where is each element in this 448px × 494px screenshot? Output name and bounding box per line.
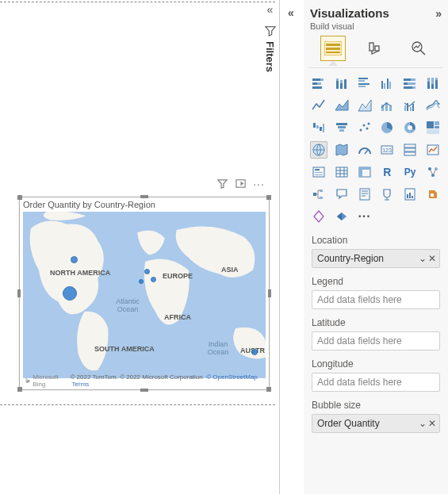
format-visual-tab[interactable] xyxy=(363,36,389,61)
filled-map-icon[interactable] xyxy=(333,141,350,159)
focus-mode-icon[interactable] xyxy=(235,178,247,190)
map-bubble[interactable] xyxy=(71,256,78,263)
multi-row-card-icon[interactable] xyxy=(401,141,419,159)
r-visual-icon[interactable]: R xyxy=(378,163,396,181)
azure-map-icon[interactable] xyxy=(333,208,350,225)
python-visual-icon[interactable]: Py xyxy=(401,163,419,181)
card-icon[interactable]: 123 xyxy=(378,141,396,159)
field-value: Country-Region xyxy=(317,253,384,264)
build-visual-tab[interactable] xyxy=(320,36,346,61)
resize-handle[interactable] xyxy=(17,387,22,392)
kpi-icon[interactable] xyxy=(424,141,442,159)
filters-pane-collapsed[interactable]: « Filters xyxy=(260,3,280,72)
hundred-stacked-column-icon[interactable] xyxy=(424,75,442,92)
map-icon[interactable] xyxy=(310,141,327,159)
chevrons-right-icon[interactable]: » xyxy=(435,7,442,20)
pie-icon[interactable] xyxy=(378,119,396,136)
osm-link[interactable]: © OpenStreetMap xyxy=(206,373,258,381)
decomposition-tree-icon[interactable] xyxy=(310,186,327,203)
pane-subtitle: Build visual xyxy=(304,21,448,34)
hundred-stacked-bar-icon[interactable] xyxy=(401,75,419,92)
chevron-down-icon[interactable]: ⌄ xyxy=(419,253,427,264)
slicer-icon[interactable] xyxy=(310,163,327,181)
stacked-area-icon[interactable] xyxy=(356,97,373,114)
visual-title: Order Quantity by Country-Region xyxy=(20,197,269,209)
line-stacked-column-icon[interactable] xyxy=(378,97,396,114)
resize-handle[interactable] xyxy=(268,289,271,297)
field-well[interactable]: Order Quantity ⌄ ✕ xyxy=(312,414,440,433)
map-bubble[interactable] xyxy=(144,269,150,274)
area-chart-icon[interactable] xyxy=(333,97,350,114)
map-copyright: © 2022 TomTom. © 2022 Microsoft Corporat… xyxy=(70,373,202,381)
power-automate-icon[interactable] xyxy=(310,208,327,225)
gauge-icon[interactable] xyxy=(356,141,373,159)
line-chart-icon[interactable] xyxy=(310,97,327,114)
analytics-tab[interactable] xyxy=(406,36,431,61)
field-well[interactable]: Add data fields here xyxy=(312,290,440,309)
terms-link[interactable]: Terms xyxy=(72,381,90,388)
resize-handle[interactable] xyxy=(266,195,271,200)
svg-rect-76 xyxy=(315,174,323,175)
power-apps-icon[interactable] xyxy=(424,186,442,203)
map-visual[interactable]: ··· Order Quantity by Country-Region xyxy=(19,179,270,393)
remove-icon[interactable]: ✕ xyxy=(428,418,436,429)
visual-container[interactable]: Order Quantity by Country-Region NORTH A… xyxy=(19,197,270,390)
chevrons-left-icon[interactable]: « xyxy=(267,3,274,16)
chevrons-left-icon[interactable]: « xyxy=(288,6,294,19)
map-surface[interactable]: NORTH AMERICA EUROPE ASIA AFRICA SOUTH A… xyxy=(23,212,266,378)
map-bubble[interactable] xyxy=(63,286,77,301)
resize-handle[interactable] xyxy=(266,387,271,392)
svg-rect-31 xyxy=(408,82,415,85)
visualizations-pane: « Visualizations » Build visual xyxy=(304,0,448,494)
svg-rect-70 xyxy=(404,148,415,151)
smart-narrative-icon[interactable] xyxy=(356,186,373,203)
map-bubble[interactable] xyxy=(139,279,144,284)
qna-icon[interactable] xyxy=(333,186,350,203)
matrix-icon[interactable] xyxy=(356,163,373,181)
clustered-bar-icon[interactable] xyxy=(356,75,373,92)
visual-header-toolbar: ··· xyxy=(216,178,265,190)
paginated-report-icon[interactable] xyxy=(401,186,419,203)
ribbon-chart-icon[interactable] xyxy=(424,97,442,114)
get-more-visuals-icon[interactable]: ··· xyxy=(356,208,373,225)
map-label-indian: Indian Ocean xyxy=(204,340,232,356)
svg-rect-21 xyxy=(358,80,365,82)
report-canvas[interactable]: « Filters ··· Order Quantity by Country-… xyxy=(0,0,280,494)
line-clustered-column-icon[interactable] xyxy=(401,97,419,114)
key-influencers-icon[interactable] xyxy=(424,163,442,181)
map-bubble[interactable] xyxy=(151,277,156,282)
remove-icon[interactable]: ✕ xyxy=(428,253,436,264)
resize-handle[interactable] xyxy=(17,195,22,200)
resize-handle[interactable] xyxy=(140,389,148,392)
map-label-eu: EUROPE xyxy=(163,272,193,280)
donut-icon[interactable] xyxy=(401,119,419,136)
svg-rect-61 xyxy=(427,121,434,128)
field-well[interactable]: Add data fields here xyxy=(312,331,440,350)
stacked-bar-icon[interactable] xyxy=(310,75,327,92)
table-icon[interactable] xyxy=(333,163,350,181)
more-options-icon[interactable]: ··· xyxy=(253,178,265,190)
filter-icon[interactable] xyxy=(216,178,228,190)
goals-icon[interactable] xyxy=(378,186,396,203)
svg-rect-51 xyxy=(336,123,347,125)
bing-badge: Microsoft Bing xyxy=(25,373,70,388)
field-well[interactable]: Add data fields here xyxy=(312,373,440,392)
map-label-af: AFRICA xyxy=(164,313,191,321)
chevron-down-icon[interactable]: ⌄ xyxy=(419,418,427,429)
field-well[interactable]: Country-Region ⌄ ✕ xyxy=(312,249,440,268)
resize-handle[interactable] xyxy=(140,195,148,198)
svg-rect-14 xyxy=(312,86,322,89)
funnel-icon[interactable] xyxy=(333,119,350,136)
svg-rect-89 xyxy=(320,190,323,192)
svg-rect-42 xyxy=(389,106,392,111)
svg-rect-98 xyxy=(407,194,408,198)
waterfall-icon[interactable] xyxy=(310,119,327,136)
stacked-column-icon[interactable] xyxy=(333,75,350,92)
svg-rect-5 xyxy=(326,52,340,53)
resize-handle[interactable] xyxy=(17,289,21,297)
map-bubble[interactable] xyxy=(251,349,258,355)
treemap-icon[interactable] xyxy=(424,119,442,136)
clustered-column-icon[interactable] xyxy=(378,75,396,92)
svg-rect-101 xyxy=(431,193,434,197)
scatter-icon[interactable] xyxy=(356,119,373,136)
